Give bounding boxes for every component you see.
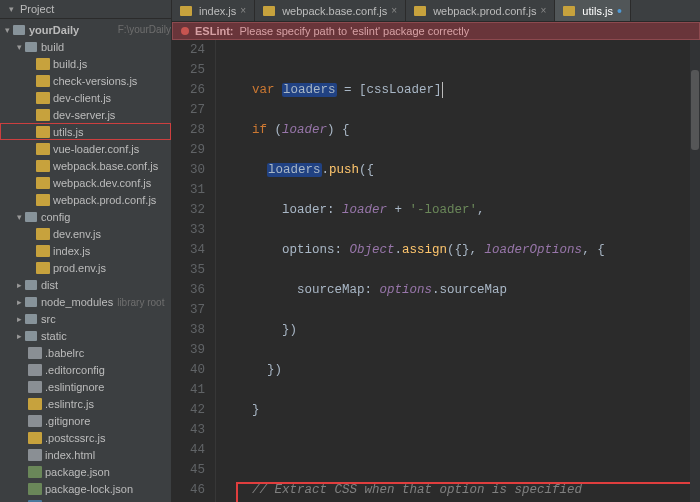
js-file-icon bbox=[36, 58, 50, 70]
tree-label: utils.js bbox=[53, 126, 171, 138]
line-number[interactable]: 33 bbox=[172, 220, 205, 240]
tree-file[interactable]: .babelrc bbox=[0, 344, 171, 361]
collapse-icon[interactable]: ▾ bbox=[6, 4, 16, 14]
tree-file[interactable]: index.js bbox=[0, 242, 171, 259]
chevron-down-icon[interactable]: ▾ bbox=[2, 25, 12, 35]
tree-file[interactable]: .editorconfig bbox=[0, 361, 171, 378]
js-file-icon bbox=[36, 109, 50, 121]
tree-file[interactable]: index.html bbox=[0, 446, 171, 463]
editor-tabs: index.js× webpack.base.conf.js× webpack.… bbox=[172, 0, 700, 22]
line-number[interactable]: 32 bbox=[172, 200, 205, 220]
tree-label: .postcssrc.js bbox=[45, 432, 171, 444]
chevron-down-icon[interactable]: ▾ bbox=[14, 42, 24, 52]
js-file-icon bbox=[414, 6, 426, 16]
tree-label: dev.env.js bbox=[53, 228, 171, 240]
js-file-icon bbox=[263, 6, 275, 16]
chevron-right-icon[interactable]: ▸ bbox=[14, 297, 24, 307]
tree-file[interactable]: .eslintrc.js bbox=[0, 395, 171, 412]
tree-file[interactable]: build.js bbox=[0, 55, 171, 72]
line-number[interactable]: 43 bbox=[172, 420, 205, 440]
tab-index-js[interactable]: index.js× bbox=[172, 0, 255, 21]
tree-file[interactable]: package-lock.json bbox=[0, 480, 171, 497]
tree-label: .babelrc bbox=[45, 347, 171, 359]
tree-file[interactable]: prod.env.js bbox=[0, 259, 171, 276]
line-number[interactable]: 41 bbox=[172, 380, 205, 400]
tab-webpack-prod[interactable]: webpack.prod.conf.js× bbox=[406, 0, 555, 21]
line-number[interactable]: 36 bbox=[172, 280, 205, 300]
line-number[interactable]: 44 bbox=[172, 440, 205, 460]
tree-file[interactable]: dev-server.js bbox=[0, 106, 171, 123]
tab-utils-js[interactable]: utils.js• bbox=[555, 0, 630, 21]
tree-folder-config[interactable]: ▾ config bbox=[0, 208, 171, 225]
file-icon bbox=[28, 449, 42, 461]
chevron-right-icon[interactable]: ▸ bbox=[14, 331, 24, 341]
line-number[interactable]: 42 bbox=[172, 400, 205, 420]
eslint-warning-bar[interactable]: ESLint: Please specify path to 'eslint' … bbox=[172, 22, 700, 40]
tree-label: prod.env.js bbox=[53, 262, 171, 274]
tree-file[interactable]: vue-loader.conf.js bbox=[0, 140, 171, 157]
line-number[interactable]: 38 bbox=[172, 320, 205, 340]
tree-file[interactable]: webpack.dev.conf.js bbox=[0, 174, 171, 191]
tree-file[interactable]: dev.env.js bbox=[0, 225, 171, 242]
tree-file-utils[interactable]: utils.js bbox=[0, 123, 171, 140]
tab-webpack-base[interactable]: webpack.base.conf.js× bbox=[255, 0, 406, 21]
chevron-right-icon[interactable]: ▸ bbox=[14, 314, 24, 324]
line-number[interactable]: 28 bbox=[172, 120, 205, 140]
tree-folder[interactable]: ▸node_moduleslibrary root bbox=[0, 293, 171, 310]
tree-folder-build[interactable]: ▾ build bbox=[0, 38, 171, 55]
line-number[interactable]: 34 bbox=[172, 240, 205, 260]
line-number[interactable]: 45 bbox=[172, 460, 205, 480]
line-number[interactable]: 37 bbox=[172, 300, 205, 320]
tree-file[interactable]: README.md bbox=[0, 497, 171, 502]
tab-label: utils.js bbox=[582, 5, 613, 17]
tree-folder[interactable]: ▸src bbox=[0, 310, 171, 327]
folder-icon bbox=[24, 211, 38, 223]
tree-file[interactable]: .postcssrc.js bbox=[0, 429, 171, 446]
js-file-icon bbox=[36, 143, 50, 155]
file-icon bbox=[28, 347, 42, 359]
tree-folder[interactable]: ▸static bbox=[0, 327, 171, 344]
tree-file[interactable]: dev-client.js bbox=[0, 89, 171, 106]
tree-label: static bbox=[41, 330, 171, 342]
close-icon[interactable]: × bbox=[391, 5, 397, 16]
line-number-gutter[interactable]: 2425262728293031323334353637383940414243… bbox=[172, 40, 216, 502]
line-number[interactable]: 40 bbox=[172, 360, 205, 380]
code-content[interactable]: var loaders = [cssLoader] if (loader) { … bbox=[216, 40, 700, 502]
scrollbar-thumb[interactable] bbox=[691, 70, 699, 150]
js-file-icon bbox=[36, 194, 50, 206]
close-icon[interactable]: × bbox=[541, 5, 547, 16]
js-file-icon bbox=[36, 228, 50, 240]
sidebar-header[interactable]: ▾ Project bbox=[0, 0, 171, 19]
lint-message: Please specify path to 'eslint' package … bbox=[240, 25, 470, 37]
line-number[interactable]: 27 bbox=[172, 100, 205, 120]
tree-folder[interactable]: ▸dist bbox=[0, 276, 171, 293]
tree-file[interactable]: webpack.prod.conf.js bbox=[0, 191, 171, 208]
line-number[interactable]: 46 bbox=[172, 480, 205, 500]
code-editor[interactable]: 2425262728293031323334353637383940414243… bbox=[172, 40, 700, 502]
project-tree[interactable]: ▾ yourDaily F:\yourDaily ▾ build build.j… bbox=[0, 19, 171, 502]
tree-file[interactable]: check-versions.js bbox=[0, 72, 171, 89]
editor-scrollbar[interactable] bbox=[690, 40, 700, 502]
tree-file[interactable]: webpack.base.conf.js bbox=[0, 157, 171, 174]
line-number[interactable]: 31 bbox=[172, 180, 205, 200]
line-number[interactable]: 25 bbox=[172, 60, 205, 80]
line-number[interactable]: 24 bbox=[172, 40, 205, 60]
tree-label: .eslintignore bbox=[45, 381, 171, 393]
tree-root[interactable]: ▾ yourDaily F:\yourDaily bbox=[0, 21, 171, 38]
chevron-right-icon[interactable]: ▸ bbox=[14, 280, 24, 290]
chevron-down-icon[interactable]: ▾ bbox=[14, 212, 24, 222]
tree-label: .eslintrc.js bbox=[45, 398, 171, 410]
tree-file[interactable]: package.json bbox=[0, 463, 171, 480]
tree-file[interactable]: .gitignore bbox=[0, 412, 171, 429]
line-number[interactable]: 26 bbox=[172, 80, 205, 100]
js-file-icon bbox=[36, 75, 50, 87]
folder-icon bbox=[24, 279, 38, 291]
close-icon[interactable]: × bbox=[240, 5, 246, 16]
json-file-icon bbox=[28, 483, 42, 495]
tree-label: .editorconfig bbox=[45, 364, 171, 376]
line-number[interactable]: 35 bbox=[172, 260, 205, 280]
line-number[interactable]: 29 bbox=[172, 140, 205, 160]
line-number[interactable]: 39 bbox=[172, 340, 205, 360]
line-number[interactable]: 30 bbox=[172, 160, 205, 180]
tree-file[interactable]: .eslintignore bbox=[0, 378, 171, 395]
